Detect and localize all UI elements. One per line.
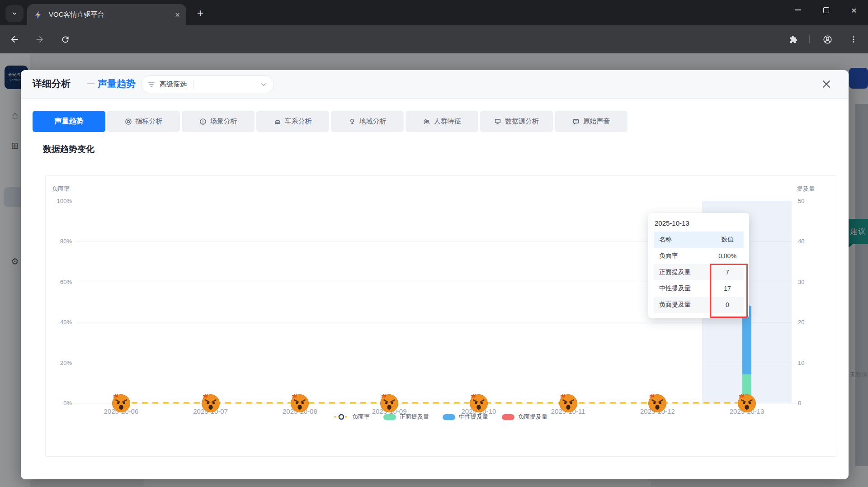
tab-4[interactable]: 车系分析: [256, 111, 329, 132]
legend-label: 中性提及量: [459, 413, 488, 421]
right-axis-tick: 0: [798, 400, 801, 407]
tab-label: 声量趋势: [55, 117, 84, 126]
right-axis-tick: 10: [798, 359, 804, 366]
right-axis-tick: 40: [798, 238, 804, 245]
gridline: [76, 363, 792, 363]
right-axis-tick: 20: [798, 319, 804, 326]
tab-label: 车系分析: [285, 117, 312, 126]
tooltip-col-value: 数值: [711, 236, 744, 244]
site-favicon-lightning-icon: [33, 10, 43, 20]
tab-search-button[interactable]: [5, 5, 24, 22]
tab-7[interactable]: 数据源分析: [480, 111, 553, 132]
tooltip-metric-name: 正面提及量: [654, 268, 711, 276]
right-axis-tick: 30: [798, 278, 804, 285]
tab-1[interactable]: 声量趋势: [33, 111, 105, 132]
forward-button[interactable]: [30, 29, 50, 49]
car-icon: [274, 118, 281, 125]
window-maximize-button[interactable]: [812, 0, 840, 20]
browser-tab[interactable]: VOC客情直驱平台 ×: [27, 4, 186, 25]
compass-icon: [125, 118, 132, 125]
legend-line-circle-icon: [334, 414, 349, 420]
legend-swatch: [383, 414, 396, 420]
angry-face-emoji-marker[interactable]: [379, 393, 399, 413]
tab-3[interactable]: 场景分析: [182, 111, 255, 132]
people-icon: [423, 118, 430, 125]
window-close-button[interactable]: ×: [840, 0, 868, 20]
legend-label: 负面提及量: [518, 413, 547, 421]
tooltip-row: 负面提及量 0: [654, 297, 744, 313]
left-axis-tick: 100%: [46, 198, 72, 204]
legend-label: 负面率: [352, 413, 370, 421]
legend-item[interactable]: 中性提及量: [443, 413, 488, 421]
reload-button[interactable]: [55, 29, 75, 49]
tab-5[interactable]: 地域分析: [331, 111, 404, 132]
angry-face-emoji-marker[interactable]: [737, 393, 757, 413]
tooltip-metric-value: 0: [711, 301, 744, 308]
left-axis-tick: 60%: [46, 278, 72, 285]
gridline: [76, 201, 792, 201]
tooltip-metric-value: 17: [711, 285, 744, 292]
angry-face-emoji-marker[interactable]: [290, 393, 310, 413]
angry-face-emoji-marker[interactable]: [647, 393, 667, 413]
right-axis-tick: 50: [798, 198, 804, 204]
legend-label: 正面提及量: [400, 413, 429, 421]
screen: VOC客情直驱平台 × + × vocuat.changan.c: [0, 0, 868, 487]
gridline: [76, 322, 792, 322]
filter-icon: [148, 81, 155, 88]
tab-6[interactable]: 人群特征: [406, 111, 478, 132]
tab-2[interactable]: 指标分析: [107, 111, 180, 132]
modal-header: 详细分析 — 声量趋势 高级筛选: [21, 70, 849, 99]
browser-tab-strip: VOC客情直驱平台 × + ×: [0, 0, 868, 25]
title-separator: —: [87, 79, 94, 88]
tooltip-metric-name: 负面提及量: [654, 301, 711, 309]
alert-circle-icon: [199, 118, 207, 125]
tab-label: 指标分析: [136, 117, 163, 126]
left-axis-tick: 0%: [46, 400, 72, 407]
left-axis-tick: 20%: [46, 359, 72, 366]
monitor-icon: [494, 118, 501, 125]
window-minimize-button[interactable]: [784, 0, 812, 20]
tooltip-date: 2025-10-13: [655, 219, 744, 227]
angry-face-emoji-marker[interactable]: [111, 393, 131, 413]
angry-face-emoji-marker[interactable]: [201, 393, 221, 413]
tab-title: VOC客情直驱平台: [49, 10, 175, 19]
legend-swatch: [443, 414, 455, 420]
chart-legend: 负面率正面提及量中性提及量负面提及量: [46, 413, 836, 421]
tooltip-row: 正面提及量 7: [654, 264, 744, 280]
advanced-filter-select[interactable]: 高级筛选: [141, 76, 274, 93]
modal-close-button[interactable]: [821, 78, 832, 90]
tooltip-header-row: 名称 数值: [654, 232, 744, 248]
analysis-tab-bar: 声量趋势指标分析场景分析车系分析地域分析人群特征数据源分析原始声音: [33, 111, 627, 132]
legend-item[interactable]: 正面提及量: [383, 413, 429, 421]
left-axis-tick: 80%: [46, 238, 72, 245]
angry-face-emoji-marker[interactable]: [558, 393, 578, 413]
profile-avatar-icon[interactable]: [817, 29, 837, 49]
browser-toolbar: vocuat.changan.com.cn/report/#/scene/jou…: [0, 25, 868, 53]
tab-8[interactable]: 原始声音: [555, 111, 627, 132]
filter-label: 高级筛选: [160, 80, 187, 89]
tooltip-metric-name: 中性提及量: [654, 284, 711, 293]
modal-subtitle: 声量趋势: [98, 77, 136, 90]
chevron-down-icon: [11, 10, 18, 17]
tab-close-icon[interactable]: ×: [175, 10, 180, 19]
legend-swatch: [502, 414, 514, 420]
toolbar-divider: [809, 35, 810, 43]
tooltip-metric-value: 7: [711, 269, 744, 276]
angry-face-emoji-marker[interactable]: [469, 393, 489, 413]
right-axis-title: 提及量: [797, 185, 815, 193]
new-tab-button[interactable]: +: [193, 6, 207, 20]
chart-section-title: 数据趋势变化: [43, 143, 94, 155]
chart-tooltip: 2025-10-13 名称 数值负面率 0.00%正面提及量 7中性提及量 17…: [648, 213, 749, 318]
browser-menu-dots-icon[interactable]: [844, 29, 863, 49]
legend-item[interactable]: 负面率: [334, 413, 370, 421]
tooltip-metric-value: 0.00%: [711, 252, 744, 260]
left-axis-title: 负面率: [52, 185, 70, 193]
detail-analysis-modal: 详细分析 — 声量趋势 高级筛选 声量趋势指标分析场景分析车系分析地域分析人群特…: [21, 70, 849, 479]
map-pin-icon: [349, 118, 356, 125]
tooltip-row: 负面率 0.00%: [654, 248, 744, 264]
tab-label: 人群特征: [434, 117, 461, 126]
back-button[interactable]: [5, 29, 24, 49]
legend-item[interactable]: 负面提及量: [502, 413, 547, 421]
tab-label: 地域分析: [359, 117, 387, 126]
extensions-puzzle-icon[interactable]: [783, 29, 803, 49]
